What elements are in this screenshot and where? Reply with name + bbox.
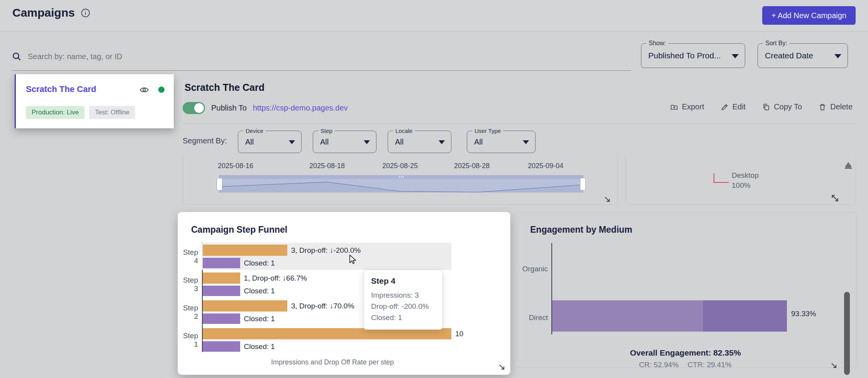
publish-row: Publish To https://csp-demo.pages.dev	[183, 101, 348, 114]
closed-bar[interactable]	[203, 286, 240, 296]
impressions-bar[interactable]	[203, 300, 287, 312]
scrollbar-up-arrow[interactable]	[845, 162, 852, 167]
publish-url-link[interactable]: https://csp-demo.pages.dev	[253, 104, 348, 112]
search-input[interactable]	[27, 52, 631, 61]
funnel-row-step-4[interactable]: Step 4 3, Drop-off: ↓-200.0% Closed: 1	[178, 244, 495, 269]
info-icon[interactable]	[80, 8, 91, 18]
eye-icon[interactable]	[139, 85, 149, 95]
chevron-down-icon	[523, 140, 529, 144]
engagement-segment-light[interactable]	[552, 300, 703, 332]
campaign-badges: Production: Live Test: Offline	[26, 106, 135, 119]
campaign-step-funnel-card: Campaign Step Funnel Step 4 3, Drop-off:…	[178, 212, 510, 375]
campaign-name[interactable]: Scratch The Card	[26, 84, 96, 94]
chevron-down-icon	[439, 140, 445, 144]
closed-bar[interactable]	[203, 258, 240, 268]
cr-metric: CR: 52.94%	[639, 361, 678, 369]
tooltip-title: Step 4	[371, 276, 435, 286]
engagement-segment-dark[interactable]	[703, 300, 787, 332]
range-handle-left[interactable]	[217, 178, 222, 191]
pie-callout-line	[714, 182, 729, 183]
step-label: Step 2	[178, 304, 198, 321]
ctr-metric: CTR: 29.41%	[688, 361, 732, 369]
segment-select-device[interactable]: Device All	[238, 131, 302, 153]
direct-engagement-bar[interactable]	[552, 300, 822, 332]
segment-select-locale[interactable]: Locale All	[388, 131, 451, 153]
funnel-tooltip: Step 4 Impressions: 3 Drop-off: -200.0% …	[364, 270, 442, 330]
date-tick: 2025-08-18	[309, 162, 345, 170]
add-new-campaign-button[interactable]: + Add New Campaign	[762, 6, 856, 25]
segment-locale-label: Locale	[393, 128, 415, 134]
edit-button[interactable]: Edit	[718, 102, 748, 112]
mouse-cursor	[348, 254, 358, 266]
funnel-row-step-1[interactable]: Step 1 10 Closed: 1	[178, 327, 495, 353]
scrollbar-thumb[interactable]	[844, 292, 850, 375]
range-handle-right[interactable]	[580, 178, 586, 191]
impressions-bar[interactable]	[203, 328, 451, 339]
segment-select-user-type[interactable]: User Type All	[467, 131, 536, 153]
resize-handle-icon[interactable]	[830, 193, 840, 203]
chevron-down-icon	[364, 140, 370, 144]
pie-callout-label: Desktop	[732, 171, 759, 180]
segment-device-label: Device	[243, 128, 266, 134]
show-filter-select[interactable]: Show: Published To Prod...	[641, 43, 745, 68]
closed-bar-label: Closed: 1	[244, 315, 275, 323]
bar-value-label: 93.33%	[791, 310, 816, 318]
step-label: Step 1	[178, 332, 198, 349]
timeline-brush-card: 2025-08-16 2025-08-18 2025-08-25 2025-08…	[183, 157, 618, 205]
impressions-bar[interactable]	[203, 245, 287, 256]
campaigns-screen: Campaigns + Add New Campaign Show: Publi…	[0, 0, 868, 378]
segment-user-type-label: User Type	[472, 128, 503, 134]
funnel-chart-title: Campaign Step Funnel	[191, 225, 287, 235]
sort-filter-label: Sort By:	[763, 40, 790, 47]
top-bar: Campaigns + Add New Campaign	[0, 0, 868, 31]
date-range-slider[interactable]	[219, 175, 583, 192]
copy-to-button[interactable]: Copy To	[760, 102, 804, 112]
production-status-badge: Production: Live	[26, 106, 85, 119]
tooltip-line: Drop-off: -200.0%	[371, 301, 435, 312]
segment-select-step[interactable]: Step All	[313, 131, 376, 153]
segment-user-type-value: All	[474, 138, 483, 146]
impressions-bar-label: 3, Drop-off: ↓-200.0%	[291, 246, 361, 255]
step-label: Step 3	[178, 276, 198, 293]
impressions-bar[interactable]	[203, 272, 240, 284]
funnel-row-step-2[interactable]: Step 2 3, Drop-off: ↓70.0% Closed: 1	[178, 300, 495, 325]
pie-callout-value: 100%	[732, 181, 751, 190]
closed-bar[interactable]	[203, 313, 240, 324]
publish-label: Publish To	[211, 104, 247, 112]
slider-top-strip[interactable]	[219, 175, 583, 179]
date-tick: 2025-08-28	[454, 162, 490, 170]
segment-step-label: Step	[318, 128, 335, 134]
funnel-footer-caption: Impressions and Drop Off Rate per step	[178, 358, 487, 366]
step-label: Step 4	[178, 248, 198, 265]
resize-handle-icon[interactable]	[497, 362, 506, 371]
detail-campaign-title: Scratch The Card	[185, 82, 264, 93]
tooltip-line: Impressions: 3	[371, 289, 435, 301]
delete-button[interactable]: Delete	[816, 102, 855, 112]
toggle-knob	[194, 103, 204, 113]
closed-bar[interactable]	[203, 341, 240, 352]
resize-handle-icon[interactable]	[829, 361, 838, 370]
export-button[interactable]: Export	[668, 102, 707, 112]
sort-filter-select[interactable]: Sort By: Created Date	[758, 43, 848, 68]
campaign-list-item[interactable]: Scratch The Card Production: Live Test: …	[15, 74, 174, 128]
segment-locale-value: All	[395, 138, 403, 146]
charts-viewport: 2025-08-16 2025-08-18 2025-08-25 2025-08…	[0, 157, 868, 378]
edit-label: Edit	[732, 102, 746, 111]
funnel-row-step-3[interactable]: Step 3 1, Drop-off: ↓66.7% Closed: 1	[178, 272, 495, 297]
sort-filter-value: Created Date	[765, 51, 813, 60]
closed-bar-label: Closed: 1	[244, 342, 275, 351]
drag-grip-icon[interactable]	[399, 176, 403, 178]
date-tick: 2025-08-16	[218, 162, 253, 170]
engagement-by-medium-card: Engagement by Medium Organic Direct 93.3…	[514, 212, 856, 368]
search-icon	[12, 51, 22, 61]
segment-device-value: All	[245, 138, 254, 146]
date-tick: 2025-09-04	[528, 162, 563, 170]
publish-toggle[interactable]	[183, 102, 205, 114]
overall-engagement-label: Overall Engagement: 82.35%	[515, 348, 856, 358]
resize-handle-icon[interactable]	[602, 194, 612, 204]
date-tick: 2025-08-25	[382, 162, 418, 170]
export-icon	[670, 103, 678, 111]
tooltip-line: Closed: 1	[371, 312, 435, 323]
engagement-chart-title: Engagement by Medium	[530, 225, 632, 235]
page-title-text: Campaigns	[12, 6, 75, 19]
